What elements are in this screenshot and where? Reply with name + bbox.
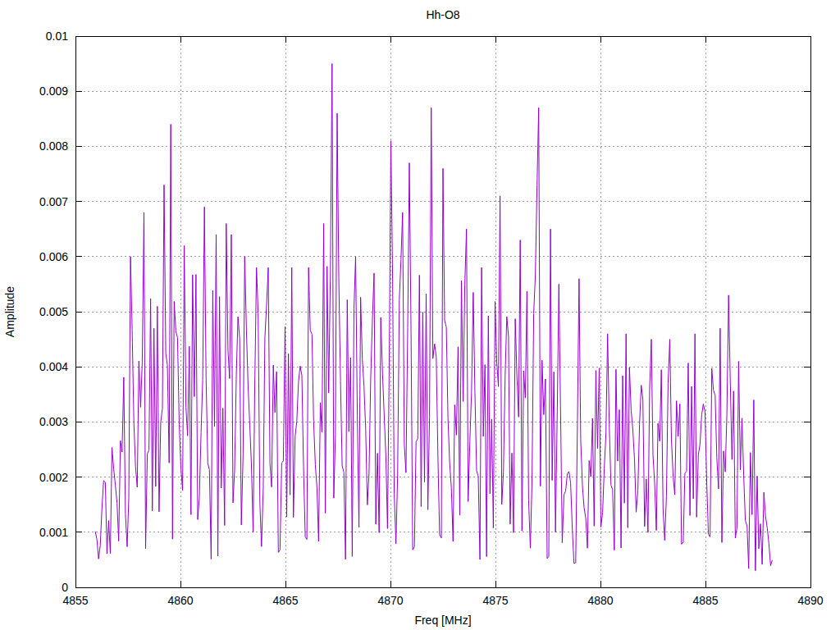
y-tick-label: 0.01: [46, 30, 68, 43]
x-tick-label: 4855: [62, 594, 88, 607]
spectrum-chart: Hh-O8 Freq [MHz] Amplitude 4855486048654…: [0, 0, 840, 630]
y-tick-label: 0.004: [39, 360, 68, 373]
x-tick-label: 4860: [167, 594, 193, 607]
x-tick-label: 4890: [797, 594, 823, 607]
data-layer: [95, 64, 772, 571]
x-tick-label: 4875: [482, 594, 508, 607]
plot-page: Hh-O8 Freq [MHz] Amplitude 4855486048654…: [0, 0, 840, 630]
y-tick-label: 0.006: [39, 250, 68, 263]
y-tick-label: 0.009: [39, 84, 68, 98]
grid-layer: [75, 36, 810, 587]
chart-title: Hh-O8: [426, 8, 459, 21]
y-axis-label: Amplitude: [3, 286, 16, 337]
x-axis-label: Freq [MHz]: [414, 614, 471, 627]
y-tick-label: 0.002: [39, 471, 68, 484]
x-tick-label: 4880: [587, 594, 613, 607]
y-tick-label: 0: [62, 581, 68, 594]
y-tick-label: 0.008: [39, 139, 68, 153]
x-tick-label: 4870: [377, 594, 403, 607]
x-tick-label: 4885: [692, 594, 718, 607]
y-tick-label: 0.007: [39, 195, 68, 208]
y-tick-label: 0.003: [39, 415, 68, 428]
y-tick-label: 0.005: [39, 305, 68, 318]
x-tick-label: 4865: [272, 594, 298, 607]
spectrum-line: [95, 64, 772, 571]
y-tick-label: 0.001: [39, 526, 68, 539]
